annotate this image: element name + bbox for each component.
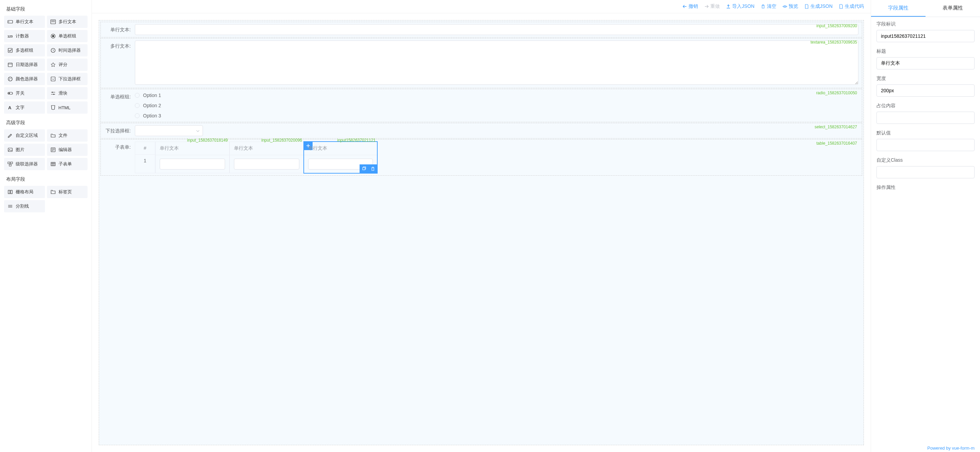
field-id-badge: input_1582637018149 [187,138,228,143]
preview-button[interactable]: 预览 [783,3,798,10]
field-subform[interactable]: 子表单 [47,158,88,170]
gen-code-button[interactable]: 生成代码 [839,3,864,10]
field-multi-text[interactable]: 多行文本 [47,16,88,28]
field-label: 单选框组: [104,91,135,120]
radio-circle-icon [135,113,140,118]
radio-option[interactable]: Option 2 [135,103,858,108]
select-icon [50,76,56,82]
subform-cell-input[interactable] [234,159,299,170]
color-icon [8,76,13,82]
field-id-badge: select_1582637014627 [815,125,857,129]
field-file[interactable]: 文件 [47,129,88,141]
field-image[interactable]: 图片 [4,144,45,156]
field-switch[interactable]: 开关 [4,87,45,99]
copy-button[interactable] [360,164,368,173]
field-radio[interactable]: 单选框组 [47,30,88,42]
field-date[interactable]: 日期选择器 [4,59,45,71]
field-divider[interactable]: 分割线 [4,200,45,213]
svg-point-22 [53,94,54,95]
form-field-radio[interactable]: 单选框组: radio_1582637010050 Option 1 Optio… [100,89,862,122]
custom-icon [8,133,13,138]
svg-rect-37 [8,190,10,193]
trash-icon [761,4,765,9]
form-field-select[interactable]: 下拉选择框: select_1582637014627 [100,123,862,138]
field-label: 多行文本: [104,41,135,86]
star-icon [50,62,56,67]
undo-button[interactable]: 撤销 [682,3,698,10]
cascader-icon [8,161,13,167]
prop-label-default: 默认值 [877,130,975,136]
upload-icon [726,4,731,9]
form-canvas[interactable]: 单行文本: input_1582637009200 多行文本: textarea… [92,13,871,452]
form-field-subform[interactable]: 子表单: table_1582637016407 # 1 input_15826… [100,139,862,176]
svg-text:A: A [8,105,11,110]
field-select[interactable]: 下拉选择框 [47,73,88,85]
prop-label-placeholder: 占位内容 [877,103,975,109]
field-rate[interactable]: 评分 [47,59,88,71]
form-field-input[interactable]: 单行文本: input_1582637009200 [100,22,862,37]
svg-rect-0 [8,21,13,23]
powered-by-link[interactable]: Powered by vue-form-m [927,446,975,450]
svg-point-15 [9,79,10,80]
field-id-badge: input_1582637009200 [816,24,857,28]
svg-rect-43 [363,168,365,170]
prop-input-default[interactable] [877,139,975,151]
field-label: 子表单: [104,141,135,173]
field-cascader[interactable]: 级联选择器 [4,158,45,170]
field-id-badge: input1582637021121 [337,138,375,143]
field-color[interactable]: 颜色选择器 [4,73,45,85]
prop-input-width[interactable] [877,84,975,97]
import-json-button[interactable]: 导入JSON [726,3,754,10]
prop-input-placeholder[interactable] [877,112,975,124]
text-input[interactable] [135,24,858,35]
prop-label-class: 自定义Class [877,157,975,163]
field-checkbox[interactable]: 多选框组 [4,44,45,57]
textarea-icon [50,19,56,24]
eye-icon [783,4,787,9]
field-custom[interactable]: 自定义区域 [4,129,45,141]
field-single-text[interactable]: 单行文本 [4,16,45,28]
section-title-advanced: 高级字段 [4,116,88,129]
text-icon: A [8,105,13,110]
field-html[interactable]: HTML [47,102,88,114]
prop-input-class[interactable] [877,166,975,178]
prop-label-fieldid: 字段标识 [877,21,975,27]
field-tabs[interactable]: 标签页 [47,186,88,198]
tab-field-props[interactable]: 字段属性 [871,0,926,17]
field-time[interactable]: 时间选择器 [47,44,88,57]
radio-circle-icon [135,103,140,108]
svg-point-18 [8,93,10,94]
clear-button[interactable]: 清空 [761,3,776,10]
divider-icon [8,203,13,209]
svg-rect-32 [9,164,11,166]
select-input[interactable] [135,125,203,136]
section-advanced: 高级字段 自定义区域 文件 图片 编辑器 级联选择器 子表单 [4,116,88,170]
subform-cell-input[interactable] [160,159,225,170]
gen-json-button[interactable]: 生成JSON [804,3,832,10]
component-sidebar: 基础字段 单行文本 多行文本 123计数器 单选框组 多选框组 时间选择器 日期… [0,0,92,452]
document-icon [804,4,809,9]
section-title-basic: 基础字段 [4,3,88,16]
undo-icon [682,4,687,9]
grid-icon [8,189,13,195]
field-counter[interactable]: 123计数器 [4,30,45,42]
delete-button[interactable] [368,164,377,173]
prop-input-title[interactable] [877,57,975,70]
field-slider[interactable]: 滑块 [47,87,88,99]
document-icon [839,4,843,9]
section-title-layout: 布局字段 [4,173,88,186]
subform-col-header: 单行文本 [304,142,377,155]
field-grid[interactable]: 栅格布局 [4,186,45,198]
textarea-input[interactable] [135,41,858,85]
field-text[interactable]: A文字 [4,102,45,114]
tabs-icon [50,189,56,195]
radio-option[interactable]: Option 1 [135,93,858,98]
tab-form-props[interactable]: 表单属性 [926,0,980,17]
redo-icon [704,4,709,9]
field-editor[interactable]: 编辑器 [47,144,88,156]
redo-button[interactable]: 重做 [704,3,720,10]
text-input-icon [8,19,13,24]
radio-option[interactable]: Option 3 [135,113,858,119]
prop-input-fieldid[interactable] [877,30,975,42]
form-field-textarea[interactable]: 多行文本: textarea_1582637009635 [100,38,862,88]
